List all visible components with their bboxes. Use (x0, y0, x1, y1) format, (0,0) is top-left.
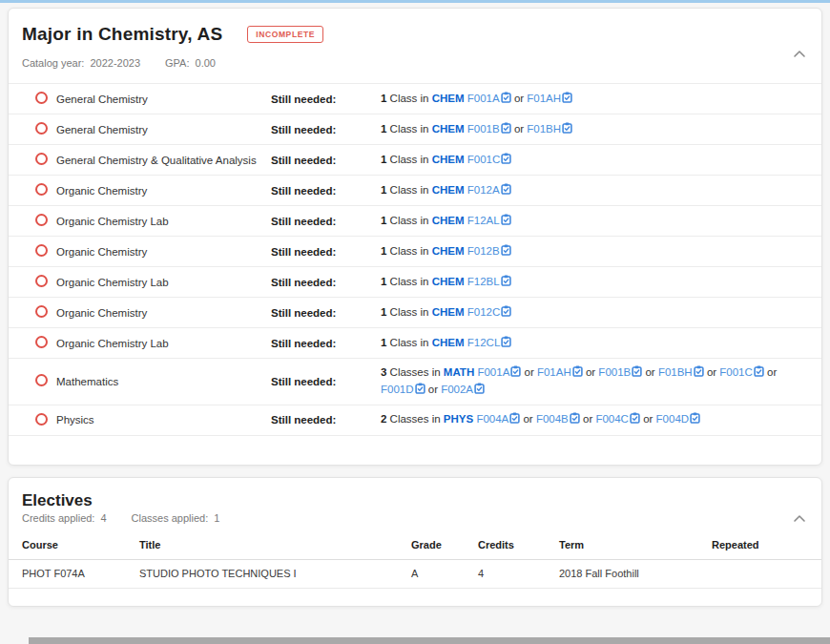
subject-link[interactable]: CHEM (432, 276, 465, 287)
course-link[interactable]: F01BH (658, 366, 693, 378)
clipboard-check-icon[interactable] (572, 365, 583, 377)
elective-cell-grade: A (411, 568, 478, 579)
course-link[interactable]: F004B (536, 413, 569, 425)
chevron-up-icon (793, 514, 806, 523)
clipboard-check-icon[interactable] (501, 153, 511, 164)
course-link-group[interactable]: F01BH (527, 123, 572, 135)
course-link[interactable]: F004A (476, 413, 508, 425)
column-header: Grade (411, 539, 478, 551)
course-link-group[interactable]: F012B (467, 245, 511, 257)
course-link[interactable]: F12BL (467, 276, 500, 287)
course-link[interactable]: F004D (656, 413, 690, 425)
course-link-group[interactable]: F001A (477, 366, 521, 378)
course-link-group[interactable]: F001C (719, 366, 764, 378)
clipboard-check-icon[interactable] (501, 244, 511, 256)
subject-link[interactable]: CHEM (432, 93, 465, 104)
course-link[interactable]: F002A (441, 384, 473, 395)
clipboard-check-icon[interactable] (630, 412, 640, 424)
requirement-row: Organic Chemistry Lab Still needed: 1 Cl… (9, 266, 821, 297)
requirement-row: General Chemistry Still needed: 1 Class … (9, 83, 821, 114)
course-link-group[interactable]: F004A (476, 413, 520, 425)
clipboard-check-icon[interactable] (562, 92, 572, 103)
course-link[interactable]: F01AH (537, 366, 571, 378)
course-link[interactable]: F001A (467, 93, 500, 104)
still-needed-label: Still needed: (271, 338, 381, 349)
subject-link[interactable]: CHEM (432, 245, 465, 257)
course-link-group[interactable]: F001A (467, 93, 511, 104)
subject-link[interactable]: CHEM (432, 184, 465, 196)
requirement-row: Organic Chemistry Lab Still needed: 1 Cl… (9, 205, 821, 236)
course-link[interactable]: F01AH (527, 93, 561, 104)
course-link-group[interactable]: F12CL (467, 337, 512, 348)
subject-link[interactable]: CHEM (432, 154, 465, 165)
course-link-group[interactable]: F002A (441, 384, 485, 395)
course-link[interactable]: F12CL (467, 337, 501, 348)
course-link[interactable]: F001B (467, 123, 500, 135)
subject-link[interactable]: CHEM (432, 306, 465, 318)
course-link-group[interactable]: F012A (467, 184, 511, 196)
course-link-group[interactable]: F004C (595, 413, 640, 425)
course-link-group[interactable]: F01AH (527, 93, 572, 104)
class-count: 1 (381, 306, 386, 318)
requirement-name: Organic Chemistry (56, 246, 271, 258)
open-circle-icon (35, 122, 48, 135)
course-link-group[interactable]: F004B (536, 413, 580, 425)
clipboard-check-icon[interactable] (501, 122, 511, 134)
course-link-group[interactable]: F12AL (467, 215, 511, 226)
still-needed-label: Still needed: (271, 155, 381, 166)
elective-cell-title: STUDIO PHOTO TECHNIQUES I (139, 568, 411, 579)
clipboard-check-icon[interactable] (501, 305, 511, 317)
course-link-group[interactable]: F001D (381, 384, 425, 395)
clipboard-check-icon[interactable] (501, 183, 511, 195)
open-circle-icon (35, 183, 48, 196)
course-link-group[interactable]: F001B (467, 123, 511, 135)
status-badge: INCOMPLETE (247, 26, 323, 43)
clipboard-check-icon[interactable] (501, 336, 511, 347)
subject-link[interactable]: MATH (444, 366, 474, 378)
course-link[interactable]: F012B (467, 245, 500, 257)
clipboard-check-icon[interactable] (501, 275, 511, 286)
course-link[interactable]: F001B (598, 366, 631, 378)
course-link[interactable]: F001D (381, 384, 414, 395)
clipboard-check-icon[interactable] (510, 365, 521, 377)
clipboard-check-icon[interactable] (415, 383, 425, 394)
course-link-group[interactable]: F001C (467, 154, 512, 165)
class-count: 1 (381, 93, 386, 104)
clipboard-check-icon[interactable] (694, 365, 704, 377)
subject-link[interactable]: PHYS (444, 413, 473, 425)
course-link-group[interactable]: F001B (598, 366, 642, 378)
requirement-row: General Chemistry & Qualitative Analysis… (9, 144, 821, 175)
course-link-group[interactable]: F01AH (537, 366, 583, 378)
course-link[interactable]: F001C (719, 366, 753, 378)
course-link-group[interactable]: F12BL (467, 276, 511, 287)
clipboard-check-icon[interactable] (562, 122, 572, 134)
course-link[interactable]: F12AL (467, 215, 500, 226)
course-link-group[interactable]: F01BH (658, 366, 704, 378)
course-link-group[interactable]: F004D (656, 413, 701, 425)
subject-link[interactable]: CHEM (432, 123, 465, 135)
course-link[interactable]: F012C (467, 306, 501, 318)
course-link[interactable]: F001A (477, 366, 509, 378)
course-link[interactable]: F004C (595, 413, 629, 425)
clipboard-check-icon[interactable] (690, 412, 700, 424)
course-link-group[interactable]: F012C (467, 306, 512, 318)
clipboard-check-icon[interactable] (501, 214, 511, 225)
collapse-electives-button[interactable] (791, 512, 808, 526)
clipboard-check-icon[interactable] (632, 365, 642, 377)
subject-link[interactable]: CHEM (432, 215, 465, 226)
still-needed-label: Still needed: (271, 216, 381, 227)
requirement-name: General Chemistry (56, 124, 271, 135)
course-link[interactable]: F01BH (527, 123, 561, 135)
clipboard-check-icon[interactable] (474, 383, 485, 394)
subject-link[interactable]: CHEM (432, 337, 465, 348)
clipboard-check-icon[interactable] (754, 365, 764, 377)
requirement-detail: 1 Class in CHEM F001A or F01AH (381, 91, 800, 108)
clipboard-check-icon[interactable] (570, 412, 580, 424)
clipboard-check-icon[interactable] (501, 92, 511, 103)
elective-cell-credits: 4 (478, 568, 559, 579)
clipboard-check-icon[interactable] (509, 412, 520, 424)
course-link[interactable]: F012A (467, 184, 500, 196)
collapse-major-button[interactable] (791, 47, 808, 60)
still-needed-label: Still needed: (271, 124, 381, 135)
course-link[interactable]: F001C (467, 154, 501, 165)
